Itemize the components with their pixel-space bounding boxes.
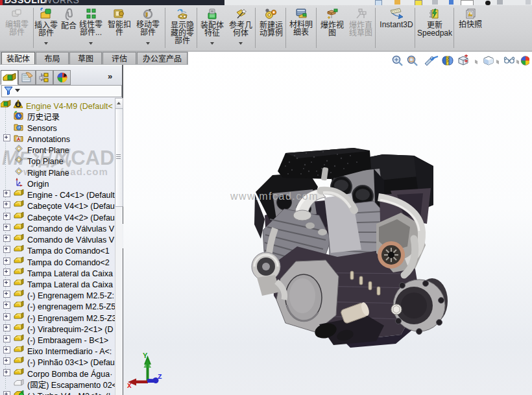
svg-text:Z: Z	[158, 373, 162, 381]
svg-text:X: X	[127, 382, 132, 390]
